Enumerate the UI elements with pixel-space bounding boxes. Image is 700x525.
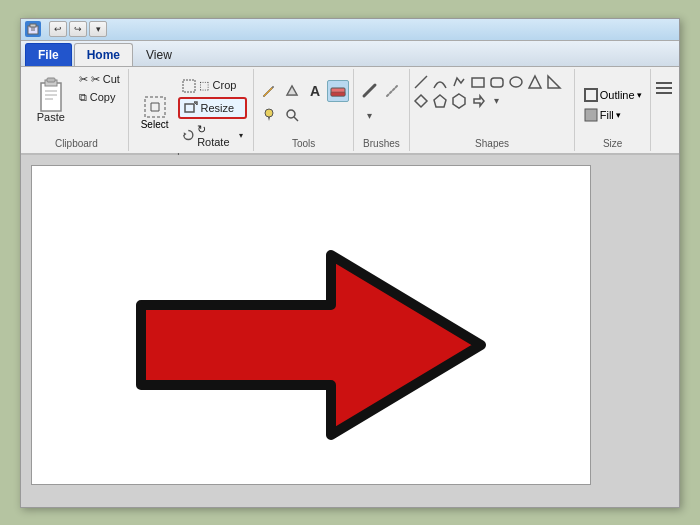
- clipboard-label: Clipboard: [55, 138, 98, 149]
- cut-button[interactable]: ✂ ✂ Cut: [75, 71, 124, 88]
- tab-home[interactable]: Home: [74, 43, 133, 66]
- brush-row-1: [359, 80, 404, 102]
- triangle-shape[interactable]: [526, 73, 544, 91]
- canvas-white[interactable]: [31, 165, 591, 485]
- hexagon-shape[interactable]: [450, 92, 468, 110]
- svg-rect-11: [183, 80, 195, 92]
- brush-tool-1[interactable]: [359, 80, 381, 102]
- svg-marker-27: [434, 95, 446, 107]
- diamond-shape[interactable]: [412, 92, 430, 110]
- tab-file[interactable]: File: [25, 43, 72, 66]
- size-label: Size: [603, 138, 622, 149]
- svg-rect-6: [47, 78, 55, 82]
- undo-redo-group: ↩ ↪ ▾: [49, 21, 107, 37]
- paint-window: ↩ ↪ ▾ File Home View: [20, 18, 680, 508]
- tools-row-2: [258, 104, 303, 126]
- brushes-content: ▾: [359, 71, 404, 136]
- copy-icon: ⧉: [79, 91, 87, 104]
- color-picker-tool[interactable]: [258, 104, 280, 126]
- copy-button[interactable]: ⧉ Copy: [75, 89, 124, 106]
- crop-button[interactable]: ⬚ Crop: [178, 77, 247, 95]
- paste-button[interactable]: Paste: [29, 71, 73, 127]
- svg-rect-30: [585, 89, 597, 101]
- ellipse-shape[interactable]: [507, 73, 525, 91]
- freeform-shape[interactable]: [450, 73, 468, 91]
- image-group: Select ⬚ Crop: [129, 69, 255, 151]
- hamburger-line-3: [656, 92, 672, 94]
- hamburger-line-1: [656, 82, 672, 84]
- brush-dropdown[interactable]: ▾: [359, 104, 381, 126]
- roundrect-shape[interactable]: [488, 73, 506, 91]
- shapes-label: Shapes: [475, 138, 509, 149]
- pentagon-shape[interactable]: [431, 92, 449, 110]
- resize-button[interactable]: Resize: [178, 97, 247, 119]
- crop-label: ⬚ Crop: [199, 79, 236, 92]
- shapes-content: ▾: [412, 71, 572, 136]
- outline-fill-group: Outline ▾ Fill ▾ Size: [575, 69, 651, 151]
- tab-view[interactable]: View: [133, 43, 185, 66]
- svg-marker-14: [184, 132, 187, 136]
- arrow-shape[interactable]: [469, 92, 487, 110]
- svg-marker-26: [415, 95, 427, 107]
- cut-copy-group: ✂ ✂ Cut ⧉ Copy: [75, 71, 124, 106]
- clipboard-content: Paste ✂ ✂ Cut ⧉ Copy: [29, 71, 124, 136]
- redo-button[interactable]: ↪: [69, 21, 87, 37]
- curve-shape[interactable]: [431, 73, 449, 91]
- hamburger-menu[interactable]: [653, 77, 675, 99]
- fill-icon: [584, 108, 598, 122]
- undo-button[interactable]: ↩: [49, 21, 67, 37]
- outline-label: Outline: [600, 89, 635, 101]
- title-bar: ↩ ↪ ▾: [21, 19, 679, 41]
- brushes-label: Brushes: [363, 138, 400, 149]
- cut-label: ✂ Cut: [91, 73, 120, 86]
- text-tool[interactable]: A: [304, 80, 326, 102]
- rect-shape[interactable]: [469, 73, 487, 91]
- svg-rect-10: [145, 97, 165, 117]
- select-icon: [143, 95, 167, 119]
- svg-rect-22: [491, 78, 503, 87]
- brushes-group: ▾ Brushes: [354, 69, 410, 151]
- outline-button[interactable]: Outline ▾: [580, 86, 646, 104]
- fill-dropdown[interactable]: ▾: [616, 110, 621, 120]
- shapes-dropdown[interactable]: ▾: [488, 92, 504, 110]
- svg-rect-16: [331, 92, 345, 96]
- crop-icon: [182, 79, 196, 93]
- fill-button[interactable]: Fill ▾: [580, 106, 625, 124]
- fill-tool[interactable]: [281, 80, 303, 102]
- tools-group: A: [254, 69, 354, 151]
- eraser-tool[interactable]: [327, 80, 349, 102]
- brush-row-2: ▾: [359, 104, 381, 126]
- select-label: Select: [141, 119, 169, 130]
- fill-label: Fill: [600, 109, 614, 121]
- svg-marker-25: [548, 76, 560, 88]
- paste-icon: [35, 75, 67, 111]
- brush-tool-2[interactable]: [382, 80, 404, 102]
- hamburger-line-2: [656, 87, 672, 89]
- outline-dropdown[interactable]: ▾: [637, 90, 642, 100]
- resize-icon: [184, 101, 198, 115]
- ribbon-body: Paste ✂ ✂ Cut ⧉ Copy Clipboard: [21, 67, 679, 155]
- shapes-group: ▾ Shapes: [410, 69, 575, 151]
- ribbon-tabs: File Home View: [21, 41, 679, 67]
- line-shape[interactable]: [412, 73, 430, 91]
- select-button[interactable]: Select: [135, 91, 175, 134]
- rtriangle-shape[interactable]: [545, 73, 563, 91]
- svg-line-19: [294, 117, 298, 121]
- pencil-tool[interactable]: [258, 80, 280, 102]
- magnify-tool[interactable]: [281, 104, 303, 126]
- svg-point-17: [265, 109, 273, 117]
- rotate-button[interactable]: ↻ Rotate ▾: [178, 121, 247, 150]
- outline-fill-content: Outline ▾ Fill ▾: [580, 71, 646, 136]
- svg-marker-29: [474, 96, 484, 106]
- canvas-area[interactable]: [21, 155, 679, 507]
- svg-marker-24: [529, 76, 541, 88]
- app-icon: [25, 21, 41, 37]
- tools-content: A: [258, 71, 349, 136]
- customize-button[interactable]: ▾: [89, 21, 107, 37]
- clipboard-group: Paste ✂ ✂ Cut ⧉ Copy Clipboard: [25, 69, 129, 151]
- svg-rect-1: [30, 24, 36, 27]
- image-content: Select ⬚ Crop: [135, 71, 248, 150]
- rotate-dropdown[interactable]: ▾: [239, 131, 243, 140]
- svg-point-18: [287, 110, 295, 118]
- rotate-label: ↻ Rotate: [197, 123, 237, 148]
